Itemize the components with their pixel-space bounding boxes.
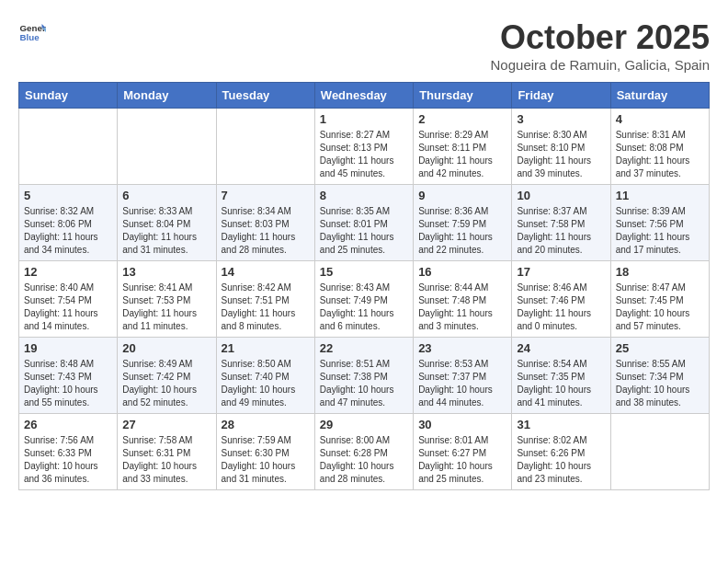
day-info: Sunrise: 8:54 AMSunset: 7:35 PMDaylight:…: [517, 358, 605, 409]
day-info: Sunrise: 8:39 AMSunset: 7:56 PMDaylight:…: [616, 205, 704, 257]
weekday-header-friday: Friday: [512, 83, 610, 109]
day-info: Sunrise: 8:36 AMSunset: 7:59 PMDaylight:…: [418, 205, 506, 257]
day-info: Sunrise: 8:51 AMSunset: 7:38 PMDaylight:…: [320, 358, 408, 409]
calendar-cell: 6Sunrise: 8:33 AMSunset: 8:04 PMDaylight…: [118, 185, 216, 261]
day-info: Sunrise: 8:46 AMSunset: 7:46 PMDaylight:…: [517, 282, 605, 333]
page-header: General Blue October 2025 Nogueira de Ra…: [18, 18, 710, 73]
calendar-cell: 28Sunrise: 7:59 AMSunset: 6:30 PMDayligh…: [216, 414, 314, 490]
calendar-table: SundayMondayTuesdayWednesdayThursdayFrid…: [18, 82, 710, 490]
calendar-cell: 11Sunrise: 8:39 AMSunset: 7:56 PMDayligh…: [610, 185, 709, 261]
day-info: Sunrise: 8:30 AMSunset: 8:10 PMDaylight:…: [517, 129, 605, 180]
calendar-cell: 18Sunrise: 8:47 AMSunset: 7:45 PMDayligh…: [610, 261, 709, 338]
day-info: Sunrise: 8:01 AMSunset: 6:27 PMDaylight:…: [418, 434, 506, 486]
day-number: 28: [222, 418, 310, 431]
day-info: Sunrise: 8:32 AMSunset: 8:06 PMDaylight:…: [24, 205, 112, 257]
calendar-cell: 14Sunrise: 8:42 AMSunset: 7:51 PMDayligh…: [216, 261, 314, 338]
day-number: 29: [320, 418, 408, 431]
day-number: 11: [616, 189, 704, 202]
day-number: 15: [320, 265, 408, 279]
calendar-cell: [118, 109, 216, 185]
calendar-cell: 12Sunrise: 8:40 AMSunset: 7:54 PMDayligh…: [19, 261, 118, 338]
weekday-header-wednesday: Wednesday: [314, 83, 413, 109]
day-number: 21: [222, 341, 310, 355]
day-info: Sunrise: 8:00 AMSunset: 6:28 PMDaylight:…: [320, 434, 408, 486]
calendar-cell: 21Sunrise: 8:50 AMSunset: 7:40 PMDayligh…: [216, 338, 314, 414]
day-number: 13: [122, 265, 210, 279]
day-number: 20: [122, 341, 210, 355]
calendar-cell: 2Sunrise: 8:29 AMSunset: 8:11 PMDaylight…: [414, 109, 512, 185]
day-info: Sunrise: 8:31 AMSunset: 8:08 PMDaylight:…: [616, 129, 704, 180]
day-number: 19: [24, 341, 112, 355]
day-number: 17: [517, 265, 605, 279]
calendar-cell: 29Sunrise: 8:00 AMSunset: 6:28 PMDayligh…: [314, 414, 413, 490]
calendar-cell: 27Sunrise: 7:58 AMSunset: 6:31 PMDayligh…: [118, 414, 216, 490]
day-number: 6: [122, 189, 210, 202]
day-number: 18: [616, 265, 704, 279]
calendar-cell: 25Sunrise: 8:55 AMSunset: 7:34 PMDayligh…: [610, 338, 709, 414]
calendar-cell: [19, 109, 118, 185]
weekday-header-sunday: Sunday: [19, 83, 118, 109]
day-info: Sunrise: 8:35 AMSunset: 8:01 PMDaylight:…: [320, 205, 408, 257]
day-info: Sunrise: 8:33 AMSunset: 8:04 PMDaylight:…: [122, 205, 210, 257]
day-info: Sunrise: 8:44 AMSunset: 7:48 PMDaylight:…: [418, 282, 506, 333]
day-info: Sunrise: 8:43 AMSunset: 7:49 PMDaylight:…: [320, 282, 408, 333]
calendar-week-row: 26Sunrise: 7:56 AMSunset: 6:33 PMDayligh…: [19, 414, 710, 490]
calendar-cell: 3Sunrise: 8:30 AMSunset: 8:10 PMDaylight…: [512, 109, 610, 185]
calendar-cell: 16Sunrise: 8:44 AMSunset: 7:48 PMDayligh…: [414, 261, 512, 338]
day-info: Sunrise: 8:27 AMSunset: 8:13 PMDaylight:…: [320, 129, 408, 180]
weekday-header-thursday: Thursday: [414, 83, 512, 109]
calendar-cell: 22Sunrise: 8:51 AMSunset: 7:38 PMDayligh…: [314, 338, 413, 414]
day-info: Sunrise: 8:50 AMSunset: 7:40 PMDaylight:…: [222, 358, 310, 409]
title-block: October 2025 Nogueira de Ramuin, Galicia…: [491, 18, 710, 73]
calendar-cell: 1Sunrise: 8:27 AMSunset: 8:13 PMDaylight…: [314, 109, 413, 185]
day-info: Sunrise: 7:58 AMSunset: 6:31 PMDaylight:…: [122, 434, 210, 486]
calendar-cell: 17Sunrise: 8:46 AMSunset: 7:46 PMDayligh…: [512, 261, 610, 338]
calendar-cell: 23Sunrise: 8:53 AMSunset: 7:37 PMDayligh…: [414, 338, 512, 414]
day-info: Sunrise: 8:37 AMSunset: 7:58 PMDaylight:…: [517, 205, 605, 257]
day-number: 10: [517, 189, 605, 202]
calendar-cell: 24Sunrise: 8:54 AMSunset: 7:35 PMDayligh…: [512, 338, 610, 414]
day-number: 23: [418, 341, 506, 355]
logo-icon: General Blue: [18, 18, 46, 46]
calendar-cell: 15Sunrise: 8:43 AMSunset: 7:49 PMDayligh…: [314, 261, 413, 338]
day-info: Sunrise: 8:02 AMSunset: 6:26 PMDaylight:…: [517, 434, 605, 486]
day-info: Sunrise: 8:29 AMSunset: 8:11 PMDaylight:…: [418, 129, 506, 180]
logo: General Blue: [18, 18, 46, 46]
day-number: 12: [24, 265, 112, 279]
location: Nogueira de Ramuin, Galicia, Spain: [491, 57, 710, 73]
day-info: Sunrise: 8:53 AMSunset: 7:37 PMDaylight:…: [418, 358, 506, 409]
svg-text:Blue: Blue: [20, 32, 40, 42]
day-number: 3: [517, 112, 605, 126]
day-number: 31: [517, 418, 605, 431]
day-number: 7: [222, 189, 310, 202]
weekday-header-tuesday: Tuesday: [216, 83, 314, 109]
day-number: 14: [222, 265, 310, 279]
month-title: October 2025: [491, 18, 710, 57]
day-info: Sunrise: 8:40 AMSunset: 7:54 PMDaylight:…: [24, 282, 112, 333]
day-number: 1: [320, 112, 408, 126]
day-info: Sunrise: 7:59 AMSunset: 6:30 PMDaylight:…: [222, 434, 310, 486]
calendar-cell: [610, 414, 709, 490]
calendar-cell: 5Sunrise: 8:32 AMSunset: 8:06 PMDaylight…: [19, 185, 118, 261]
calendar-cell: 31Sunrise: 8:02 AMSunset: 6:26 PMDayligh…: [512, 414, 610, 490]
calendar-week-row: 19Sunrise: 8:48 AMSunset: 7:43 PMDayligh…: [19, 338, 710, 414]
day-number: 2: [418, 112, 506, 126]
weekday-header-monday: Monday: [118, 83, 216, 109]
calendar-cell: 19Sunrise: 8:48 AMSunset: 7:43 PMDayligh…: [19, 338, 118, 414]
day-number: 27: [122, 418, 210, 431]
weekday-header-row: SundayMondayTuesdayWednesdayThursdayFrid…: [19, 83, 710, 109]
day-info: Sunrise: 8:34 AMSunset: 8:03 PMDaylight:…: [222, 205, 310, 257]
calendar-week-row: 12Sunrise: 8:40 AMSunset: 7:54 PMDayligh…: [19, 261, 710, 338]
weekday-header-saturday: Saturday: [610, 83, 709, 109]
day-number: 30: [418, 418, 506, 431]
day-number: 25: [616, 341, 704, 355]
day-number: 4: [616, 112, 704, 126]
day-number: 16: [418, 265, 506, 279]
calendar-cell: 7Sunrise: 8:34 AMSunset: 8:03 PMDaylight…: [216, 185, 314, 261]
calendar-cell: 9Sunrise: 8:36 AMSunset: 7:59 PMDaylight…: [414, 185, 512, 261]
day-info: Sunrise: 7:56 AMSunset: 6:33 PMDaylight:…: [24, 434, 112, 486]
day-number: 22: [320, 341, 408, 355]
calendar-cell: 26Sunrise: 7:56 AMSunset: 6:33 PMDayligh…: [19, 414, 118, 490]
calendar-week-row: 1Sunrise: 8:27 AMSunset: 8:13 PMDaylight…: [19, 109, 710, 185]
day-number: 26: [24, 418, 112, 431]
